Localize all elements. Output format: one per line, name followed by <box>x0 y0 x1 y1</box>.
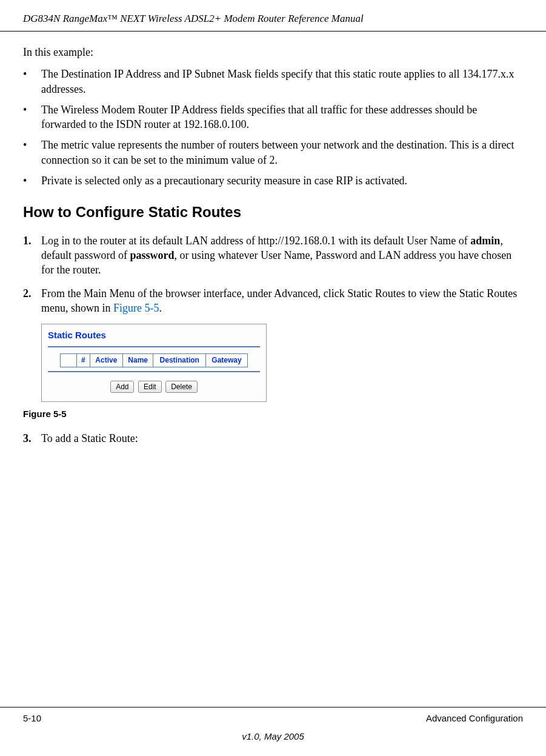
figure-link[interactable]: Figure 5-5 <box>113 302 159 314</box>
delete-button[interactable]: Delete <box>165 381 198 393</box>
step2-before: From the Main Menu of the browser interf… <box>41 287 517 314</box>
step-number: 1. <box>23 233 41 278</box>
step1-admin: admin <box>470 235 500 247</box>
table-header-hash: # <box>77 354 90 367</box>
bullet-item: • The metric value represents the number… <box>23 138 523 167</box>
bullet-marker: • <box>23 138 41 167</box>
step1-part1: Log in to the router at its default LAN … <box>41 235 470 247</box>
static-routes-table: # Active Name Destination Gateway <box>60 353 248 367</box>
bullet-list: • The Destination IP Address and IP Subn… <box>23 67 523 188</box>
bullet-item: • Private is selected only as a precauti… <box>23 173 523 188</box>
figure-divider <box>48 371 260 372</box>
step-3: 3. To add a Static Route: <box>23 431 523 446</box>
table-header-gateway: Gateway <box>206 354 248 367</box>
intro-text: In this example: <box>23 45 523 59</box>
figure-divider <box>48 346 260 347</box>
bullet-text: The metric value represents the number o… <box>41 138 523 167</box>
bullet-text: The Wireless Modem Router IP Address fie… <box>41 102 523 132</box>
static-routes-figure: Static Routes # Active Name Destination … <box>41 324 267 402</box>
step-number: 2. <box>23 286 41 316</box>
table-header-row: # Active Name Destination Gateway <box>61 354 248 367</box>
step-text: Log in to the router at its default LAN … <box>41 233 523 278</box>
table-header-active: Active <box>90 354 122 367</box>
page-footer: 5-10 Advanced Configuration v1.0, May 20… <box>0 707 546 743</box>
footer-page-number: 5-10 <box>23 712 41 724</box>
figure-button-row: Add Edit Delete <box>48 378 260 393</box>
table-header-name: Name <box>122 354 153 367</box>
bullet-marker: • <box>23 102 41 132</box>
section-heading: How to Configure Static Routes <box>23 202 523 222</box>
step-number: 3. <box>23 431 41 446</box>
add-button[interactable]: Add <box>110 381 134 393</box>
edit-button[interactable]: Edit <box>138 381 162 393</box>
bullet-marker: • <box>23 67 41 96</box>
bullet-item: • The Destination IP Address and IP Subn… <box>23 67 523 96</box>
bullet-text: Private is selected only as a precaution… <box>41 173 523 188</box>
step-2: 2. From the Main Menu of the browser int… <box>23 286 523 316</box>
step-text: From the Main Menu of the browser interf… <box>41 286 523 316</box>
table-header-select <box>61 354 77 367</box>
table-header-destination: Destination <box>153 354 206 367</box>
page-content: In this example: • The Destination IP Ad… <box>0 32 546 446</box>
step2-after: . <box>159 302 162 314</box>
figure-title: Static Routes <box>48 329 260 341</box>
footer-row: 5-10 Advanced Configuration <box>23 712 523 724</box>
step-text: To add a Static Route: <box>41 431 523 446</box>
bullet-text: The Destination IP Address and IP Subnet… <box>41 67 523 96</box>
header-title: DG834N RangeMax™ NEXT Wireless ADSL2+ Mo… <box>23 13 364 24</box>
bullet-marker: • <box>23 173 41 188</box>
footer-version: v1.0, May 2005 <box>23 731 523 743</box>
bullet-item: • The Wireless Modem Router IP Address f… <box>23 102 523 132</box>
page-header: DG834N RangeMax™ NEXT Wireless ADSL2+ Mo… <box>0 0 546 32</box>
figure-caption: Figure 5-5 <box>23 408 523 420</box>
step-1: 1. Log in to the router at its default L… <box>23 233 523 278</box>
step1-password: password <box>130 249 174 261</box>
footer-section-label: Advanced Configuration <box>426 712 523 724</box>
